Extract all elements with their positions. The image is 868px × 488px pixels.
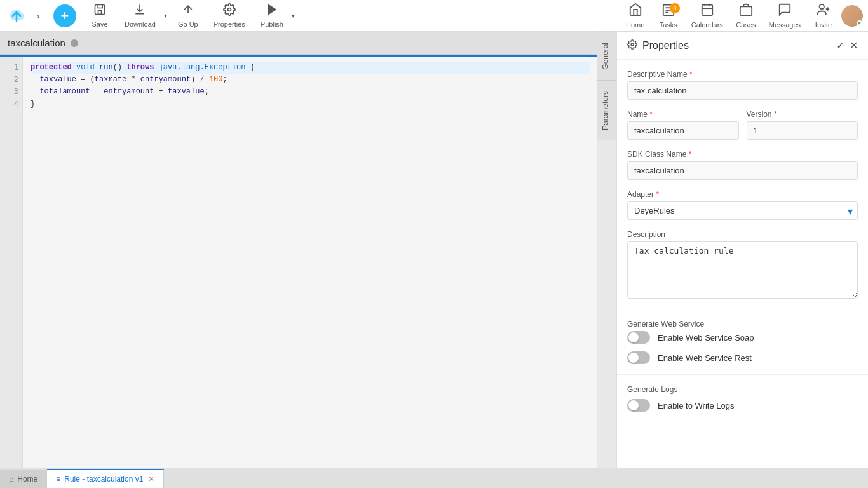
download-button[interactable]: Download <box>118 1 162 31</box>
publish-button[interactable]: Publish <box>254 1 290 31</box>
home-tab-label: Home <box>17 475 37 484</box>
rest-toggle-label: Enable Web Service Rest <box>658 353 752 363</box>
code-content[interactable]: protected void run() throws java.lang.Ex… <box>23 57 597 468</box>
cases-nav-button[interactable]: Cases <box>731 1 761 31</box>
properties-panel: Properties ✓ ✕ Descriptive Name * Name * <box>616 32 868 468</box>
svg-point-2 <box>227 8 231 11</box>
home-icon <box>628 3 642 20</box>
description-group: Description Tax calculation rule <box>627 230 858 299</box>
description-textarea[interactable]: Tax calculation rule <box>627 241 858 299</box>
name-group: Name * <box>627 110 739 140</box>
code-area: 1 2 3 4 protected void run() throws java… <box>0 57 597 468</box>
code-line-4: } <box>31 98 590 111</box>
editor-header: taxcalculation <box>0 32 597 55</box>
download-label: Download <box>125 20 156 28</box>
home-tab[interactable]: ⌂ Home <box>0 470 47 488</box>
line-num-4: 4 <box>0 98 22 111</box>
panel-close-button[interactable]: ✕ <box>850 39 858 51</box>
publish-label: Publish <box>261 20 283 28</box>
toolbar-right: Home 0 Tasks <box>620 1 863 31</box>
save-group: Save <box>84 1 116 31</box>
version-group: Version * <box>747 110 858 140</box>
editor-area: taxcalculation 1 2 3 4 protected void ru… <box>0 32 597 468</box>
bottom-tabs: ⌂ Home ≡ Rule - taxcalculation v1 ✕ <box>0 468 868 488</box>
save-label: Save <box>92 20 107 28</box>
home-nav-label: Home <box>626 21 644 29</box>
home-nav-button[interactable]: Home <box>620 1 651 31</box>
tasks-nav-label: Tasks <box>660 21 677 29</box>
code-line-1: protected void run() throws java.lang.Ex… <box>31 62 590 74</box>
properties-button[interactable]: Properties <box>207 1 252 31</box>
messages-icon <box>778 3 792 20</box>
rule-tab[interactable]: ≡ Rule - taxcalculation v1 ✕ <box>47 469 164 488</box>
main-content: taxcalculation 1 2 3 4 protected void ru… <box>0 32 868 468</box>
cases-nav-label: Cases <box>736 21 756 29</box>
download-dropdown[interactable]: ▾ <box>162 1 169 31</box>
sdk-class-name-input[interactable] <box>627 161 858 180</box>
code-line-2: taxvalue = (taxrate * entryamount) / 100… <box>31 74 590 86</box>
sdk-class-name-label: SDK Class Name * <box>627 150 858 159</box>
adapter-select-wrapper: DeyeRules ▾ <box>627 201 858 220</box>
rest-toggle[interactable] <box>627 351 650 364</box>
generate-web-service-title: Generate Web Service <box>627 320 858 329</box>
svg-rect-0 <box>95 5 105 15</box>
invite-nav-button[interactable]: Invite <box>808 1 839 31</box>
version-label: Version * <box>747 110 858 119</box>
rule-tab-close[interactable]: ✕ <box>148 475 154 484</box>
write-logs-toggle-row: Enable to Write Logs <box>627 399 858 412</box>
generate-web-service-group: Generate Web Service Enable Web Service … <box>627 320 858 364</box>
download-icon <box>133 3 146 19</box>
publish-icon <box>266 3 278 19</box>
side-tab-parameters[interactable]: Parameters <box>597 80 616 140</box>
cases-icon <box>739 3 753 20</box>
write-logs-toggle[interactable] <box>627 399 650 412</box>
code-editor[interactable]: 1 2 3 4 protected void run() throws java… <box>0 57 597 468</box>
adapter-select[interactable]: DeyeRules <box>627 201 858 220</box>
panel-collapse-button[interactable]: ✓ <box>836 39 844 51</box>
gear-icon <box>627 39 637 51</box>
svg-rect-12 <box>740 6 752 15</box>
publish-dropdown[interactable]: ▾ <box>290 1 297 31</box>
publish-group: Publish ▾ <box>254 1 297 31</box>
user-avatar[interactable] <box>841 5 863 27</box>
save-button[interactable]: Save <box>84 1 116 31</box>
app-logo[interactable] <box>5 4 28 27</box>
name-input[interactable] <box>627 121 739 140</box>
add-button[interactable]: + <box>53 4 76 27</box>
home-tab-icon: ⌂ <box>9 475 13 484</box>
calendars-nav-button[interactable]: Calendars <box>686 1 728 31</box>
description-label: Description <box>627 230 858 239</box>
version-input[interactable] <box>747 121 858 140</box>
avatar-online-indicator <box>857 20 863 27</box>
toolbar-left: › + Save <box>5 1 620 31</box>
write-logs-toggle-label: Enable to Write Logs <box>658 401 734 410</box>
goup-icon <box>182 3 194 19</box>
goup-label: Go Up <box>178 20 198 28</box>
messages-nav-button[interactable]: Messages <box>764 1 806 31</box>
descriptive-name-input[interactable] <box>627 81 858 100</box>
adapter-label: Adapter * <box>627 190 858 199</box>
svg-point-13 <box>820 4 824 9</box>
invite-nav-label: Invite <box>815 21 832 29</box>
properties-icon <box>223 3 236 19</box>
svg-marker-3 <box>268 5 276 15</box>
editor-title: taxcalculation <box>8 37 65 48</box>
adapter-group: Adapter * DeyeRules ▾ <box>627 190 858 220</box>
tasks-nav-button[interactable]: 0 Tasks <box>653 1 684 31</box>
download-group: Download ▾ <box>118 1 169 31</box>
svg-rect-1 <box>98 11 102 15</box>
side-tab-general[interactable]: General <box>597 32 616 80</box>
generate-logs-title: Generate Logs <box>627 385 858 394</box>
rule-tab-label: Rule - taxcalculation v1 <box>64 475 143 484</box>
line-numbers: 1 2 3 4 <box>0 57 23 468</box>
expand-button[interactable]: › <box>31 8 46 24</box>
soap-toggle[interactable] <box>627 331 650 344</box>
line-num-1: 1 <box>0 62 22 74</box>
main-toolbar: › + Save <box>0 0 868 32</box>
svg-rect-8 <box>702 5 713 16</box>
goup-button[interactable]: Go Up <box>172 1 205 31</box>
panel-header-actions: ✓ ✕ <box>836 39 858 51</box>
panel-title: Properties <box>642 40 689 51</box>
svg-point-16 <box>631 43 634 46</box>
rule-tab-icon: ≡ <box>56 475 60 484</box>
